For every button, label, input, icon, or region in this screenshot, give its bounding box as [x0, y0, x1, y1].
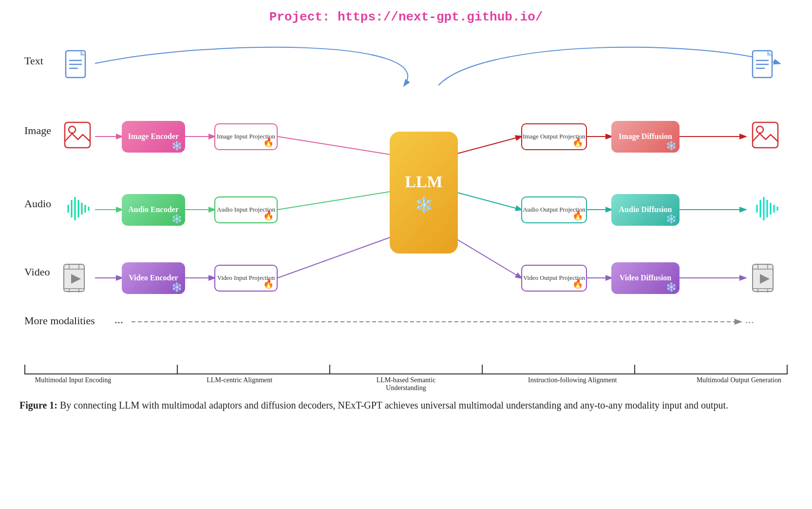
audio-input-proj-flame: 🔥 — [263, 210, 274, 221]
timeline-label-1: Multimodal Input Encoding — [24, 376, 122, 392]
image-input-projection-box: Image Input Projection 🔥 — [214, 123, 278, 150]
video-input-proj-flame: 🔥 — [263, 278, 274, 290]
audio-input-icon — [62, 195, 92, 222]
label-text: Text — [24, 55, 43, 67]
audio-output-proj-flame: 🔥 — [572, 210, 583, 221]
image-output-proj-flame: 🔥 — [572, 137, 583, 148]
diagram-area: Text Image Audio Video More modalities ·… — [19, 29, 793, 361]
audio-diffusion-box: Audio Diffusion ❄️ — [611, 194, 680, 226]
label-more: More modalities — [24, 314, 95, 327]
timeline-area: Multimodal Input Encoding LLM-centric Al… — [19, 365, 793, 392]
text-input-icon — [63, 50, 90, 81]
llm-box: LLM ❄️ — [390, 132, 458, 254]
image-output-icon — [751, 121, 779, 149]
audio-diffusion-snowflake: ❄️ — [666, 214, 677, 225]
video-output-icon — [751, 263, 779, 295]
project-link: Project: https://next-gpt.github.io/ — [19, 10, 793, 24]
video-encoder-snowflake: ❄️ — [171, 282, 182, 293]
video-encoder-box: Video Encoder ❄️ — [122, 262, 185, 294]
audio-input-projection-box: Audio Input Projection 🔥 — [214, 196, 278, 223]
audio-encoder-box: Audio Encoder ❄️ — [122, 194, 185, 226]
image-encoder-box: Image Encoder ❄️ — [122, 121, 185, 153]
label-image: Image — [24, 124, 51, 137]
image-output-projection-box: Image Output Projection 🔥 — [521, 123, 587, 150]
svg-line-8 — [278, 190, 399, 210]
image-input-icon — [63, 121, 92, 149]
video-output-projection-box: Video Output Projection 🔥 — [521, 265, 587, 292]
svg-line-2 — [278, 137, 399, 156]
image-input-proj-flame: 🔥 — [263, 137, 274, 148]
label-video: Video — [24, 266, 50, 278]
dots-right: ··· — [745, 316, 754, 329]
timeline-label-4: Instruction-following Alignment — [524, 376, 621, 392]
svg-line-9 — [448, 190, 521, 210]
dots-left: ··· — [114, 316, 123, 329]
caption: Figure 1: By connecting LLM with multimo… — [19, 398, 793, 412]
timeline-label-3: LLM-based Semantic Understanding — [358, 376, 455, 392]
timeline-label-2: LLM-centric Alignment — [191, 376, 288, 392]
audio-output-projection-box: Audio Output Projection 🔥 — [521, 196, 587, 223]
svg-rect-29 — [65, 122, 90, 148]
video-input-icon — [62, 263, 91, 295]
svg-line-15 — [448, 234, 521, 278]
llm-snowflake: ❄️ — [415, 196, 433, 213]
audio-encoder-snowflake: ❄️ — [171, 214, 182, 225]
video-input-projection-box: Video Input Projection 🔥 — [214, 265, 278, 292]
image-encoder-snowflake: ❄️ — [171, 140, 182, 152]
svg-rect-31 — [753, 122, 778, 148]
text-output-icon — [750, 50, 777, 81]
video-diffusion-box: Video Diffusion ❄️ — [611, 262, 680, 294]
svg-line-3 — [448, 137, 521, 156]
svg-line-14 — [278, 234, 399, 278]
timeline-label-5: Multimodal Output Generation — [690, 376, 788, 392]
image-diffusion-box: Image Diffusion ❄️ — [611, 121, 680, 153]
image-diffusion-snowflake: ❄️ — [666, 140, 677, 152]
audio-output-icon — [751, 195, 780, 222]
label-audio: Audio — [24, 197, 51, 210]
video-output-proj-flame: 🔥 — [572, 278, 583, 290]
main-container: Project: https://next-gpt.github.io/ — [0, 0, 812, 509]
video-diffusion-snowflake: ❄️ — [666, 282, 677, 293]
